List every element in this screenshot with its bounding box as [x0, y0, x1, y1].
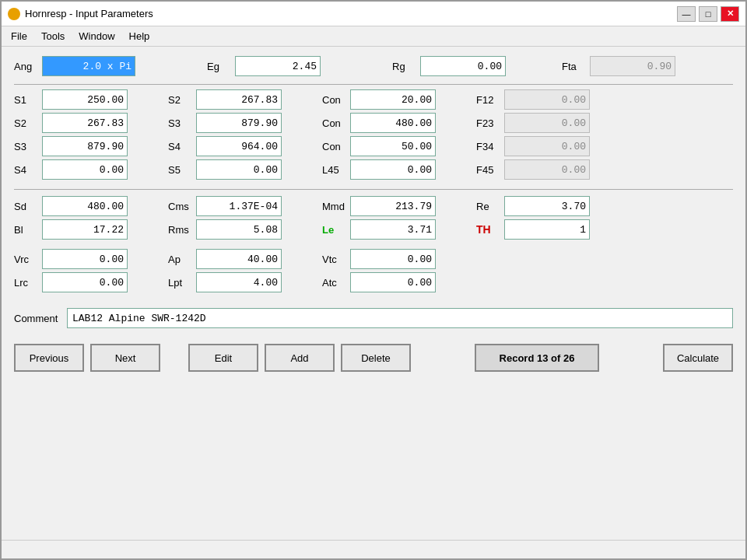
button-row: Previous Next Edit Add Delete Record 13 … — [14, 344, 733, 372]
cms-label: Cms — [168, 201, 191, 212]
vtc-label: Vtc — [322, 254, 345, 265]
menu-file[interactable]: File — [5, 29, 33, 44]
row-lrc: Lrc Lpt Atc — [14, 272, 733, 292]
s2a-label: S2 — [168, 94, 191, 106]
th-label: TH — [476, 223, 500, 236]
mmd-label: Mmd — [322, 201, 345, 212]
s4a-input[interactable] — [196, 136, 282, 156]
con2-input[interactable] — [350, 113, 436, 133]
rms-label: Rms — [168, 224, 191, 236]
s4a-label: S4 — [168, 141, 191, 152]
bl-input[interactable] — [42, 219, 128, 240]
row-vrc: Vrc Ap Vtc — [14, 249, 733, 269]
s3a-input[interactable] — [196, 113, 282, 133]
sd-input[interactable] — [42, 196, 128, 216]
fta-input[interactable] — [590, 56, 675, 76]
sd-label: Sd — [14, 201, 37, 212]
rg-label: Rg — [392, 61, 416, 72]
atc-input[interactable] — [350, 272, 436, 292]
con2-label: Con — [322, 117, 345, 129]
atc-label: Atc — [322, 277, 345, 289]
s4b-label: S4 — [14, 164, 37, 176]
le-input[interactable] — [350, 219, 436, 240]
edit-button[interactable]: Edit — [188, 344, 258, 372]
ap-input[interactable] — [196, 249, 282, 269]
rg-input[interactable] — [420, 56, 506, 76]
row-s4: S4 S5 L45 F45 — [14, 159, 733, 180]
app-icon — [8, 8, 20, 20]
lrc-input[interactable] — [42, 272, 128, 292]
con3-input[interactable] — [350, 136, 436, 156]
status-bar — [2, 540, 745, 558]
vrc-input[interactable] — [42, 249, 128, 269]
s2b-input[interactable] — [42, 113, 128, 133]
s5-input[interactable] — [196, 159, 282, 180]
th-input[interactable] — [504, 219, 590, 240]
menu-tools[interactable]: Tools — [35, 29, 71, 44]
s3b-label: S3 — [14, 141, 37, 152]
l45-label: L45 — [322, 164, 345, 176]
minimize-button[interactable]: — — [677, 6, 696, 22]
con1-label: Con — [322, 94, 345, 106]
close-button[interactable]: ✕ — [721, 6, 739, 22]
f23-input[interactable] — [504, 113, 590, 133]
lpt-input[interactable] — [196, 272, 282, 292]
main-window: Hornresp - Input Parameters — □ ✕ File T… — [0, 0, 747, 560]
delete-button[interactable]: Delete — [341, 344, 411, 372]
row-bl: Bl Rms Le TH — [14, 219, 733, 240]
row-ang: Ang Eg Rg Fta — [14, 56, 733, 76]
lrc-label: Lrc — [14, 277, 37, 289]
menu-window[interactable]: Window — [72, 29, 121, 44]
maximize-button[interactable]: □ — [699, 6, 717, 22]
comment-label: Comment — [14, 313, 61, 324]
s3a-label: S3 — [168, 117, 191, 129]
f12-input[interactable] — [504, 89, 590, 110]
record-button[interactable]: Record 13 of 26 — [475, 344, 599, 372]
s2a-input[interactable] — [196, 89, 282, 110]
f12-label: F12 — [476, 94, 500, 106]
ang-input[interactable] — [42, 56, 135, 76]
eg-input[interactable] — [235, 56, 321, 76]
fta-label: Fta — [562, 61, 585, 72]
re-label: Re — [476, 201, 500, 212]
s1-input[interactable] — [42, 89, 128, 110]
f45-label: F45 — [476, 164, 500, 176]
f34-input[interactable] — [504, 136, 590, 156]
eg-label: Eg — [207, 61, 230, 72]
title-controls: — □ ✕ — [677, 6, 739, 22]
s4b-input[interactable] — [42, 159, 128, 180]
row-sd: Sd Cms Mmd Re — [14, 196, 733, 216]
f23-label: F23 — [476, 117, 500, 129]
title-bar-left: Hornresp - Input Parameters — [8, 8, 153, 20]
s5-label: S5 — [168, 164, 191, 176]
calculate-button[interactable]: Calculate — [663, 344, 733, 372]
next-button[interactable]: Next — [90, 344, 160, 372]
row-s2: S2 S3 Con F23 — [14, 113, 733, 133]
s3b-input[interactable] — [42, 136, 128, 156]
con1-input[interactable] — [350, 89, 436, 110]
spacer-2 — [14, 296, 733, 302]
re-input[interactable] — [504, 196, 590, 216]
rms-input[interactable] — [196, 219, 282, 240]
previous-button[interactable]: Previous — [14, 344, 84, 372]
main-content: Ang Eg Rg Fta S1 S2 Con F12 — [2, 47, 745, 540]
menu-help[interactable]: Help — [123, 29, 156, 44]
f34-label: F34 — [476, 141, 500, 152]
row-s3: S3 S4 Con F34 — [14, 136, 733, 156]
bl-label: Bl — [14, 224, 37, 236]
ang-label: Ang — [14, 61, 37, 72]
title-bar: Hornresp - Input Parameters — □ ✕ — [2, 2, 745, 26]
cms-input[interactable] — [196, 196, 282, 216]
comment-input[interactable] — [67, 308, 733, 328]
ap-label: Ap — [168, 254, 191, 265]
lpt-label: Lpt — [168, 277, 191, 289]
s2b-label: S2 — [14, 117, 37, 129]
window-title: Hornresp - Input Parameters — [25, 8, 153, 19]
vtc-input[interactable] — [350, 249, 436, 269]
f45-input[interactable] — [504, 159, 590, 180]
mmd-input[interactable] — [350, 196, 436, 216]
con3-label: Con — [322, 141, 345, 152]
add-button[interactable]: Add — [265, 344, 335, 372]
menu-bar: File Tools Window Help — [2, 26, 745, 47]
l45-input[interactable] — [350, 159, 436, 180]
